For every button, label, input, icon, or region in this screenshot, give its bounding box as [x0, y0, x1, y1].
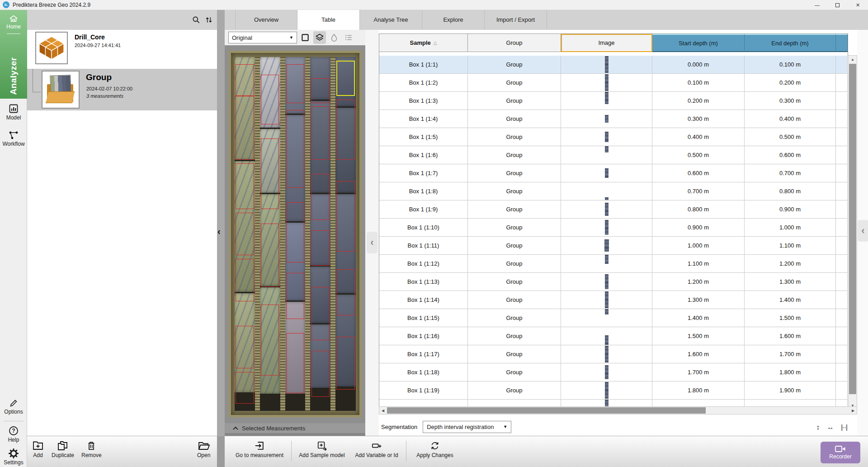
- sidebar-item-workflow[interactable]: Workflow: [0, 129, 27, 147]
- table-row[interactable]: Box 1 (1:15)Group1.400 m1.500 m: [379, 309, 849, 327]
- tab-analyse-tree[interactable]: Analyse Tree: [360, 10, 422, 30]
- table-row[interactable]: Box 1 (1:9)Group0.800 m0.900 m: [379, 200, 849, 219]
- table-row[interactable]: Box 1 (1:12)Group1.100 m1.200 m: [379, 255, 849, 273]
- segment-outline[interactable]: [336, 337, 354, 390]
- table-row[interactable]: Box 1 (1:6)Group0.500 m0.600 m: [379, 146, 849, 164]
- segment-outline[interactable]: [286, 273, 304, 319]
- segment-outline[interactable]: [311, 230, 330, 266]
- close-button[interactable]: ✕: [848, 0, 868, 10]
- droplet-tool-button[interactable]: [328, 31, 340, 44]
- horizontal-scroll-thumb[interactable]: [387, 407, 706, 414]
- segment-outline[interactable]: [261, 305, 279, 375]
- sidebar-item-help[interactable]: ? Help: [0, 425, 27, 443]
- layer-select-dropdown[interactable]: Original ▼: [228, 32, 297, 43]
- open-button[interactable]: Open: [193, 439, 214, 464]
- segment-outline[interactable]: [311, 106, 330, 159]
- table-row[interactable]: Box 1 (1:17)Group1.600 m1.700 m: [379, 345, 849, 363]
- sidebar-item-home[interactable]: Home: [0, 10, 27, 34]
- table-row[interactable]: Box 1 (1:16)Group1.500 m1.600 m: [379, 327, 849, 345]
- collapse-right-panel-button[interactable]: ‹: [858, 220, 868, 242]
- segment-outline[interactable]: [236, 213, 254, 255]
- table-row[interactable]: Box 1 (1:11)Group1.000 m1.100 m: [379, 237, 849, 255]
- segment-outline[interactable]: [261, 224, 279, 287]
- tab-table[interactable]: Table: [297, 10, 360, 30]
- table-row[interactable]: Box 1 (1:10)Group0.900 m1.000 m: [379, 219, 849, 237]
- segment-outline[interactable]: [311, 287, 330, 340]
- segment-outline[interactable]: [286, 333, 304, 393]
- horizontal-scrollbar[interactable]: ◀ ▶: [379, 406, 857, 415]
- table-row[interactable]: Box 1 (1:19)Group1.800 m1.900 m: [379, 381, 849, 400]
- sidebar-item-model[interactable]: Model: [0, 103, 27, 121]
- table-row[interactable]: Box 1 (1:14)Group1.300 m1.400 m: [379, 291, 849, 309]
- frame-tool-button[interactable]: [299, 31, 311, 44]
- duplicate-button[interactable]: Duplicate: [48, 439, 78, 464]
- segment-outline[interactable]: [336, 181, 354, 252]
- add-button[interactable]: Add: [29, 439, 47, 464]
- layers-tool-button[interactable]: [313, 31, 326, 44]
- tab-import-export[interactable]: Import / Export: [485, 10, 547, 30]
- tab-explore[interactable]: Explore: [422, 10, 485, 30]
- remove-button[interactable]: Remove: [78, 439, 105, 464]
- segment-outline[interactable]: [286, 110, 304, 188]
- table-row[interactable]: Box 1 (1:18)Group1.700 m1.800 m: [379, 363, 849, 381]
- segment-outline[interactable]: [236, 163, 254, 210]
- table-row[interactable]: Box 1 (1:3)Group0.200 m0.300 m: [379, 92, 849, 110]
- column-header-start-depth[interactable]: Start depth (m): [652, 34, 745, 52]
- vertical-scroll-thumb[interactable]: [849, 64, 856, 394]
- scroll-left-button[interactable]: ◀: [379, 407, 387, 414]
- resize-vertical-icon[interactable]: ↕: [816, 423, 820, 431]
- table-row[interactable]: Box 1 (1:8)Group0.700 m0.800 m: [379, 182, 849, 200]
- segment-outline[interactable]: [311, 78, 330, 103]
- table-row[interactable]: Box 1 (1:7)Group0.600 m0.700 m: [379, 164, 849, 182]
- measurement-item-group[interactable]: Group 2024-02-07 10:22:00 3 measurements: [27, 69, 217, 110]
- segment-outline[interactable]: [236, 96, 254, 160]
- vertical-scrollbar[interactable]: ▲ ▼: [848, 55, 857, 410]
- panel-splitter-left[interactable]: ‹: [217, 10, 225, 436]
- tab-overview[interactable]: Overview: [235, 10, 297, 30]
- resize-horizontal-icon[interactable]: ↔: [827, 423, 834, 431]
- collapse-left-icon[interactable]: ‹: [217, 226, 221, 237]
- segment-outline[interactable]: [311, 174, 330, 220]
- column-header-end-depth[interactable]: End depth (m): [745, 34, 836, 52]
- panel-splitter-viewer[interactable]: ‹: [365, 30, 379, 436]
- sidebar-item-settings[interactable]: Settings: [0, 448, 27, 466]
- search-icon[interactable]: [192, 15, 201, 24]
- minimize-button[interactable]: —: [807, 0, 827, 10]
- measurement-item-drill-core[interactable]: Drill_Core 2024-09-27 14:41:41: [27, 31, 217, 69]
- sidebar-item-options[interactable]: Options: [0, 398, 27, 415]
- segment-outline[interactable]: [261, 75, 279, 124]
- segment-outline[interactable]: [311, 351, 330, 397]
- sidebar-item-analyzer[interactable]: Analyzer: [0, 53, 27, 99]
- table-row[interactable]: Box 1 (1:2)Group0.100 m0.200 m: [379, 74, 849, 92]
- segment-outline[interactable]: [236, 326, 254, 368]
- selected-measurements-bar[interactable]: Selected Measurements: [225, 423, 365, 436]
- column-header-stub[interactable]: [836, 34, 848, 52]
- add-variable-button[interactable]: Add Variable or Id: [350, 439, 403, 464]
- column-header-group[interactable]: Group: [468, 34, 561, 52]
- segment-outline[interactable]: [236, 259, 254, 301]
- segment-outline[interactable]: [286, 202, 304, 262]
- segmentation-dropdown[interactable]: Depth interval registration ▼: [423, 421, 511, 433]
- table-row[interactable]: Box 1 (1:13)Group1.200 m1.300 m: [379, 273, 849, 291]
- table-row[interactable]: Box 1 (1:1)Group0.000 m0.100 m: [379, 56, 849, 74]
- segment-outline[interactable]: [236, 64, 254, 96]
- table-row[interactable]: Box 1 (1:4)Group0.300 m0.400 m: [379, 110, 849, 128]
- fit-width-icon[interactable]: |··|: [841, 423, 847, 431]
- sort-icon[interactable]: [204, 15, 213, 24]
- recorder-button[interactable]: Recorder: [821, 442, 860, 463]
- core-image-canvas[interactable]: [225, 45, 365, 423]
- add-sample-model-button[interactable]: Add Sample model: [295, 439, 349, 464]
- details-tool-button[interactable]: [342, 31, 355, 44]
- segment-outline[interactable]: [261, 138, 279, 209]
- apply-changes-button[interactable]: Apply Changes: [412, 439, 458, 464]
- goto-measurement-button[interactable]: Go to measurement: [231, 439, 288, 464]
- scroll-up-button[interactable]: ▲: [849, 56, 857, 63]
- collapse-viewer-button[interactable]: ‹: [367, 232, 377, 253]
- segment-outline[interactable]: [336, 269, 354, 315]
- scroll-right-button[interactable]: ▶: [849, 407, 857, 414]
- maximize-button[interactable]: [827, 0, 848, 10]
- segment-outline[interactable]: [236, 372, 254, 404]
- table-row[interactable]: Box 1 (1:5)Group0.400 m0.500 m: [379, 128, 849, 146]
- segment-outline[interactable]: [286, 64, 304, 103]
- column-header-image[interactable]: Image: [561, 34, 652, 52]
